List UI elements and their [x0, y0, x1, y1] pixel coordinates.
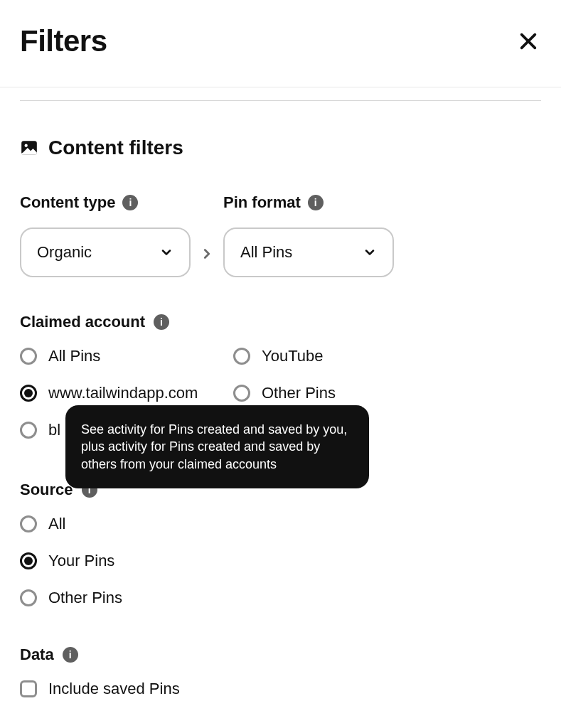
section-title: Content filters — [48, 136, 183, 159]
source-option[interactable]: Other Pins — [20, 589, 541, 607]
radio-icon — [20, 348, 37, 365]
content-type-label: Content type — [20, 193, 115, 212]
chevron-down-icon — [363, 245, 377, 259]
claimed-account-label: Claimed account — [20, 313, 145, 331]
radio-label: YouTube — [262, 347, 323, 365]
radio-icon — [20, 589, 37, 606]
chevron-right-icon — [199, 246, 215, 262]
radio-label: All Pins — [48, 347, 100, 365]
claimed-account-option[interactable]: Other Pins — [233, 384, 541, 402]
close-icon — [518, 31, 538, 51]
radio-icon — [20, 552, 37, 569]
checkbox-icon — [20, 680, 37, 697]
radio-icon — [20, 515, 37, 532]
claimed-account-option[interactable]: www.tailwindapp.com — [20, 384, 226, 402]
claimed-account-heading: Claimed account i — [20, 313, 541, 331]
include-saved-pins-checkbox-row[interactable]: Include saved Pins — [20, 680, 541, 698]
radio-icon — [20, 422, 37, 439]
source-option[interactable]: All — [20, 515, 541, 533]
info-icon[interactable]: i — [308, 195, 324, 210]
claimed-account-option[interactable]: All Pins — [20, 347, 226, 365]
close-button[interactable] — [515, 28, 541, 54]
radio-icon — [20, 385, 37, 402]
pin-format-field: Pin format i All Pins — [223, 193, 394, 277]
content-type-value: Organic — [37, 243, 92, 262]
section-divider — [20, 100, 541, 101]
source-option[interactable]: Your Pins — [20, 552, 541, 570]
radio-icon — [233, 348, 250, 365]
claimed-account-option[interactable]: YouTube — [233, 347, 541, 365]
radio-label: All — [48, 515, 65, 533]
page-title: Filters — [20, 24, 107, 58]
content-filters-heading: Content filters — [20, 136, 541, 159]
image-icon — [20, 139, 38, 157]
chevron-down-icon — [159, 245, 173, 259]
checkbox-label: Include saved Pins — [48, 680, 180, 698]
radio-icon — [233, 385, 250, 402]
data-label: Data — [20, 646, 54, 664]
data-heading: Data i — [20, 646, 541, 664]
content-type-field: Content type i Organic — [20, 193, 191, 277]
pin-format-select[interactable]: All Pins — [223, 228, 394, 277]
radio-label: Other Pins — [262, 384, 336, 402]
radio-label: bl — [48, 421, 60, 439]
pin-format-value: All Pins — [240, 243, 292, 262]
info-icon[interactable]: i — [63, 647, 78, 663]
filters-header: Filters — [0, 0, 561, 87]
radio-label: Your Pins — [48, 552, 114, 570]
svg-point-3 — [25, 144, 28, 147]
radio-label: www.tailwindapp.com — [48, 384, 198, 402]
content-type-select[interactable]: Organic — [20, 228, 191, 277]
source-label: Source — [20, 481, 73, 499]
info-icon[interactable]: i — [122, 195, 138, 210]
source-options: All Your Pins Other Pins — [20, 515, 541, 607]
radio-label: Other Pins — [48, 589, 122, 607]
info-icon[interactable]: i — [154, 314, 169, 330]
claimed-account-tooltip: See activity for Pins created and saved … — [65, 405, 369, 488]
pin-format-label: Pin format — [223, 193, 301, 212]
